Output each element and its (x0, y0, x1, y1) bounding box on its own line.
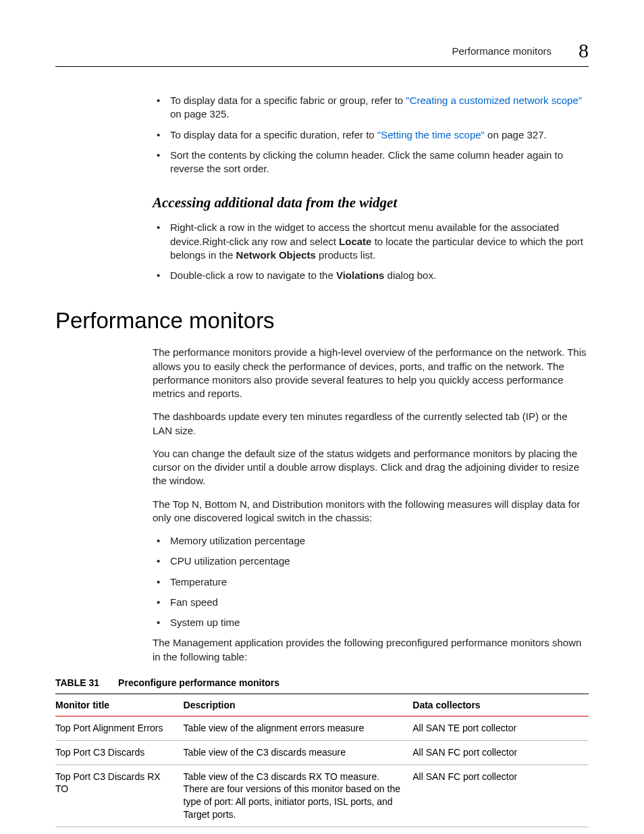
text: CPU utilization percentage (170, 555, 290, 567)
subheading-accessing-data: Accessing additional data from the widge… (153, 194, 589, 211)
text: Memory utilization percentage (170, 535, 305, 546)
cell: Top Port Alignment Errors (55, 716, 184, 740)
page-header: Performance monitors 8 (0, 39, 644, 66)
cell: All SAN FC port collector (412, 764, 589, 827)
bold-network-objects: Network Objects (236, 249, 316, 261)
paragraph: The dashboards update every ten minutes … (153, 410, 589, 438)
cell: All SAN FC port collector, All SAN TE po… (412, 827, 589, 834)
col-data-collectors: Data collectors (412, 694, 589, 716)
cell: Top Port C3 Discards RX TO (55, 764, 184, 827)
list-item: Right-click a row in the widget to acces… (153, 221, 589, 262)
content: To display data for a specific fabric or… (0, 67, 644, 834)
link-network-scope[interactable]: "Creating a customized network scope" (406, 95, 582, 106)
text: Temperature (170, 576, 227, 588)
paragraph: The performance monitors provide a high-… (153, 346, 589, 400)
list-item: Fan speed (153, 596, 589, 609)
table-number: TABLE 31 (55, 677, 99, 688)
text: To display data for a specific fabric or… (170, 95, 406, 106)
table-row: Top Port Alignment Errors Table view of … (55, 716, 589, 740)
table-row: Top Port C3 Discards RX TO Table view of… (55, 764, 589, 827)
table-title: Preconfigure performance monitors (118, 677, 279, 688)
list-item: Sort the contents by clicking the column… (153, 149, 589, 176)
section-body: The performance monitors provide a high-… (153, 346, 589, 664)
monitors-table: Monitor title Description Data collector… (55, 694, 589, 834)
col-description: Description (184, 694, 413, 716)
table-row: Top Port CRC Errors Table view of the CR… (55, 827, 589, 834)
list-item: To display data for a specific fabric or… (153, 94, 589, 122)
text: System up time (170, 617, 240, 628)
list-item: System up time (153, 616, 589, 629)
bold-violations: Violations (336, 269, 384, 281)
section-title: Performance monitors (55, 308, 589, 334)
col-monitor-title: Monitor title (55, 694, 184, 716)
intro-bullets: To display data for a specific fabric or… (153, 94, 589, 176)
cell: Table view of the C3 discards RX TO meas… (184, 764, 413, 827)
paragraph: You can change the default size of the s… (153, 447, 589, 488)
page: Performance monitors 8 To display data f… (0, 0, 644, 834)
list-item: Memory utilization percentage (153, 534, 589, 548)
list-item: CPU utilization percentage (153, 554, 589, 568)
table-caption: TABLE 31Preconfigure performance monitor… (55, 677, 589, 688)
text: Double-click a row to navigate to the (170, 269, 336, 281)
cell: Table view of the C3 discards measure (184, 740, 413, 764)
measures-list: Memory utilization percentage CPU utiliz… (153, 534, 589, 629)
text: on page 327. (485, 129, 547, 140)
list-item: Temperature (153, 575, 589, 589)
cell: Top Port CRC Errors (55, 827, 184, 834)
table-row: Top Port C3 Discards Table view of the C… (55, 740, 589, 764)
running-title: Performance monitors (452, 45, 552, 57)
list-item: To display data for a specific duration,… (153, 128, 589, 142)
link-time-scope[interactable]: "Setting the time scope" (377, 129, 485, 140)
list-item: Double-click a row to navigate to the Vi… (153, 269, 589, 282)
text: To display data for a specific duration,… (170, 129, 377, 140)
cell: Table view of the alignment errors measu… (184, 716, 413, 740)
intro-block: To display data for a specific fabric or… (153, 94, 589, 282)
paragraph: The Management application provides the … (153, 636, 589, 664)
text: products list. (316, 249, 375, 261)
bold-locate: Locate (339, 236, 371, 247)
cell: All SAN FC port collector (412, 740, 589, 764)
text: dialog box. (384, 269, 436, 281)
cell: All SAN TE port collector (412, 716, 589, 740)
chapter-number: 8 (579, 39, 589, 62)
paragraph: The Top N, Bottom N, and Distribution mo… (153, 498, 589, 525)
table-header-row: Monitor title Description Data collector… (55, 694, 589, 716)
text: Sort the contents by clicking the column… (170, 149, 563, 174)
accessing-bullets: Right-click a row in the widget to acces… (153, 221, 589, 282)
text: Fan speed (170, 596, 218, 608)
cell: Table view of the CRC errors measure. Th… (184, 827, 413, 834)
text: on page 325. (170, 108, 230, 120)
cell: Top Port C3 Discards (55, 740, 184, 764)
